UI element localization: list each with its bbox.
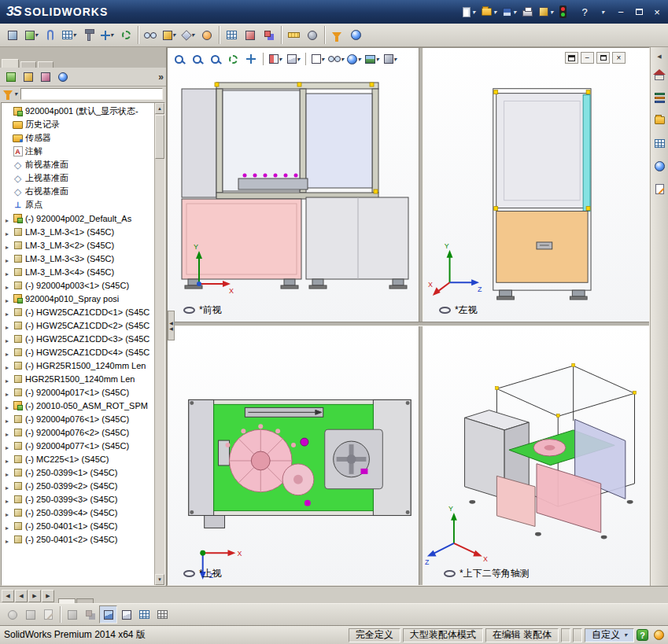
top-view-canvas[interactable]: X Z [168, 326, 419, 585]
tree-item[interactable]: (-) 920004p002_Default_As [2, 212, 154, 225]
tree-item[interactable]: (-) HGW25CAZ1CDD<3> (S45C [2, 332, 154, 345]
help-ball-icon[interactable] [654, 630, 664, 640]
edit-appearance-button[interactable] [346, 26, 365, 45]
isometric-view-canvas[interactable]: Y X Z [423, 326, 649, 585]
expander-icon[interactable] [4, 305, 10, 319]
tree-item[interactable]: 前视基准面 [2, 158, 154, 171]
tree-item[interactable]: (-) 250-0399<4> (S45C) [2, 506, 154, 519]
expander-icon[interactable] [4, 359, 10, 373]
expander-icon[interactable] [4, 466, 10, 480]
exploded-view-button[interactable] [241, 26, 260, 45]
filter-axes-button[interactable] [135, 605, 153, 624]
expander-icon[interactable] [4, 212, 10, 226]
scroll-down-button[interactable]: ▼ [155, 574, 164, 585]
mass-properties-button[interactable] [303, 26, 322, 45]
menu-item[interactable] [149, 6, 160, 18]
edit-appearance-button[interactable] [345, 50, 363, 68]
scroll-tabs-start-button[interactable]: ◀ [2, 590, 14, 602]
child-minimize-button[interactable]: − [581, 52, 594, 64]
tree-item[interactable]: (-) HGW25CAZ1CDD<4> (S45C [2, 345, 154, 359]
viewport-front[interactable]: Y X *前视 [168, 48, 419, 322]
custom-status-dropdown[interactable]: 自定义 [585, 628, 634, 642]
zoom-to-fit-button[interactable] [170, 50, 187, 68]
move-component-button[interactable] [98, 26, 116, 45]
tree-item[interactable]: (-) 920004p077<1> (S45C) [2, 439, 154, 452]
save-document-button[interactable] [500, 3, 519, 20]
tree-item[interactable]: HGR25R1500_1240mm Len [2, 372, 154, 385]
tree-item[interactable]: LM-3_LM-3<4> (S45C) [2, 265, 154, 278]
tree-item[interactable]: (-) HGW25CAZ1CDD<1> (S45C [2, 305, 154, 318]
insert-components-button[interactable] [22, 26, 41, 45]
filter-vertices-button[interactable] [39, 605, 57, 624]
tree-item[interactable]: (-) 250-0399<3> (S45C) [2, 492, 154, 506]
new-motion-study-button[interactable] [197, 26, 216, 45]
expander-icon[interactable] [4, 332, 10, 346]
tree-item[interactable]: (-) HGR25R1500_1240mm Len [2, 359, 154, 372]
command-tab[interactable] [38, 61, 54, 68]
smart-fasteners-button[interactable] [79, 26, 98, 45]
expander-icon[interactable] [4, 532, 10, 546]
left-view-canvas[interactable]: Y Z X [423, 48, 649, 322]
filter-solid-bodies-button[interactable] [99, 605, 117, 624]
expander-icon[interactable] [4, 292, 10, 306]
rotate-view-button[interactable] [224, 50, 242, 68]
tree-item[interactable]: (-) 920004p076<2> (S45C) [2, 425, 154, 439]
section-view-button[interactable] [267, 50, 284, 68]
command-tab[interactable] [20, 61, 36, 68]
linear-component-pattern-button[interactable] [60, 26, 79, 45]
scroll-tabs-next-button[interactable]: ▶ [28, 590, 41, 602]
menu-item[interactable] [116, 6, 127, 18]
quick-tip-button[interactable]: ? [637, 629, 648, 641]
close-button[interactable]: × [649, 5, 665, 19]
appearances-scenes-button[interactable] [651, 158, 667, 174]
expander-icon[interactable] [4, 492, 10, 506]
expander-icon[interactable] [4, 265, 10, 279]
restore-button[interactable] [631, 5, 647, 19]
help-button[interactable]: ? [577, 5, 592, 19]
file-explorer-button[interactable] [651, 112, 667, 128]
filter-planes-button[interactable] [153, 605, 172, 624]
expander-icon[interactable] [4, 225, 10, 239]
scroll-tabs-end-button[interactable]: ▶ [42, 590, 54, 602]
rebuild-button[interactable] [537, 3, 555, 20]
zoom-in-out-button[interactable] [206, 50, 223, 68]
tree-root-item[interactable]: 920004p001 (默认_显示状态- [2, 105, 154, 118]
solidworks-resources-button[interactable] [651, 67, 667, 83]
tree-item[interactable]: (-) HGW25CAZ1CDD<2> (S45C [2, 318, 154, 332]
panel-collapse-button[interactable]: ◀◀ [168, 311, 175, 340]
tree-filter-input[interactable] [20, 88, 163, 100]
tree-item[interactable]: 上视基准面 [2, 171, 154, 185]
menu-item[interactable] [193, 6, 204, 18]
propertymanager-tab-button[interactable] [20, 69, 37, 85]
mate-button[interactable] [41, 26, 60, 45]
expander-icon[interactable] [4, 399, 10, 413]
expander-icon[interactable] [4, 345, 10, 359]
scrollbar-track[interactable] [155, 159, 164, 574]
custom-properties-button[interactable] [651, 181, 667, 197]
interference-detection-button[interactable] [260, 26, 279, 45]
tree-item[interactable]: 920004p010_Spray posi [2, 292, 154, 305]
expander-icon[interactable] [4, 425, 10, 440]
expander-icon[interactable] [4, 412, 10, 426]
show-hidden-components-button[interactable] [141, 26, 160, 45]
new-document-button[interactable] [460, 3, 478, 20]
expander-icon[interactable] [4, 439, 10, 453]
menu-item[interactable] [182, 6, 193, 18]
scroll-up-button[interactable]: ▲ [155, 103, 164, 114]
expander-icon[interactable] [4, 318, 10, 333]
hide-show-items-button[interactable] [327, 50, 345, 68]
menu-item[interactable] [171, 6, 182, 18]
tree-item[interactable]: LM-3_LM-3<2> (S45C) [2, 238, 154, 252]
featuremanager-tab-button[interactable] [2, 69, 20, 85]
rotate-component-button[interactable] [116, 26, 135, 45]
viewport-top[interactable]: X Z *上视 [168, 326, 419, 585]
expander-icon[interactable] [4, 278, 10, 293]
design-library-button[interactable] [651, 90, 667, 105]
apply-scene-button[interactable] [364, 50, 381, 68]
front-view-canvas[interactable]: Y X [168, 48, 419, 322]
filter-edges-button[interactable] [63, 605, 81, 624]
pan-button[interactable] [242, 50, 260, 68]
tree-item[interactable]: (-) 250-0401<2> (S45C) [2, 532, 154, 546]
child-close-button[interactable]: × [612, 52, 626, 64]
task-pane-expand-button[interactable]: ◀ [657, 53, 661, 60]
